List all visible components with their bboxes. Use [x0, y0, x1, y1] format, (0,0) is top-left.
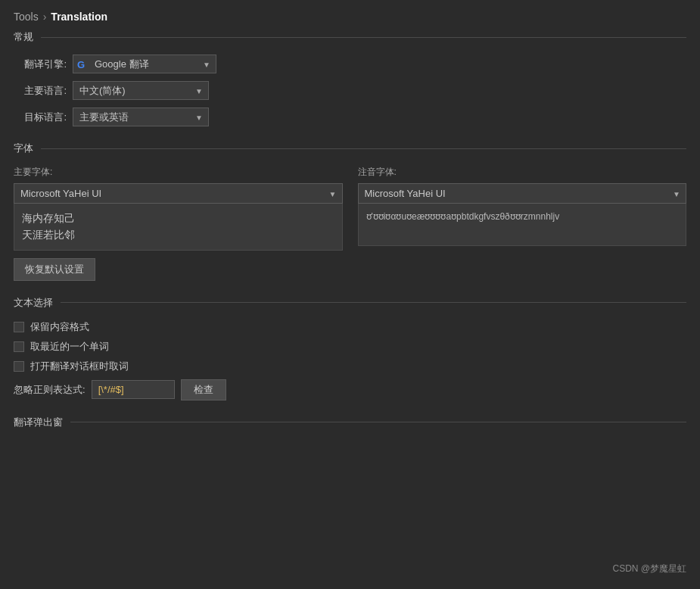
checkbox-preserve-format[interactable]	[14, 322, 24, 332]
primary-lang-select-wrapper: 中文(简体) 中文(繁体) English 日本語 ▼	[73, 81, 209, 100]
text-selection-section: 文本选择 保留内容格式 取最近的一个单词 打开翻译对话框时取词 忽略正则表达式:…	[14, 296, 686, 400]
primary-lang-row: 主要语言: 中文(简体) 中文(繁体) English 日本語 ▼	[14, 81, 686, 100]
primary-preview-line1: 海内存知己	[22, 210, 334, 226]
phonetic-font-col: 注音字体: Microsoft YaHei UI Arial Times New…	[358, 166, 687, 281]
breadcrumb-tools[interactable]: Tools	[14, 11, 39, 23]
primary-preview-line2: 天涯若比邻	[22, 226, 334, 243]
primary-font-select[interactable]: Microsoft YaHei UI Arial SimSun	[14, 183, 343, 204]
target-lang-select-wrapper: 主要或英语 English 中文(简体) 日本語 ▼	[73, 108, 209, 126]
engine-label: 翻译引擎:	[14, 58, 67, 71]
font-section: 字体 主要字体: Microsoft YaHei UI Arial SimSun…	[14, 142, 686, 281]
phonetic-font-preview: ʊ'ʊʊiʊαʊuʊeæʊʊʊʊaʊpbtdkgfvszθðʊʊrzmnnhlj…	[358, 204, 687, 246]
restore-defaults-button[interactable]: 恢复默认设置	[14, 258, 95, 281]
breadcrumb-separator: ›	[43, 11, 47, 23]
regex-input[interactable]	[92, 380, 175, 399]
target-lang-row: 目标语言: 主要或英语 English 中文(简体) 日本語 ▼	[14, 108, 686, 126]
primary-lang-label: 主要语言:	[14, 84, 67, 98]
font-section-inner: 主要字体: Microsoft YaHei UI Arial SimSun ▼ …	[14, 166, 686, 281]
checkbox-recent-word-label: 取最近的一个单词	[30, 340, 109, 354]
text-selection-header: 文本选择	[14, 296, 686, 310]
font-section-header: 字体	[14, 142, 686, 155]
checkbox-preserve-format-label: 保留内容格式	[30, 320, 89, 334]
checkbox-row-1: 保留内容格式	[14, 320, 686, 334]
text-selection-title: 文本选择	[14, 296, 53, 310]
target-lang-label: 目标语言:	[14, 111, 67, 124]
engine-row: 翻译引擎: G Google 翻译 Bing 翻译 DeepL ▼	[14, 55, 686, 73]
phonetic-font-select-wrapper: Microsoft YaHei UI Arial Times New Roman…	[358, 183, 687, 204]
checkbox-row-3: 打开翻译对话框时取词	[14, 360, 686, 373]
regex-row: 忽略正则表达式: 检查	[14, 379, 686, 400]
phonetic-font-select[interactable]: Microsoft YaHei UI Arial Times New Roman	[358, 183, 687, 204]
popup-section: 翻译弹出窗	[14, 416, 686, 429]
footer-attribution: CSDN @梦魔星虹	[612, 563, 686, 575]
checkbox-dialog-word[interactable]	[14, 361, 24, 372]
target-lang-select[interactable]: 主要或英语 English 中文(简体) 日本語	[73, 108, 209, 126]
general-section-title: 常规	[14, 30, 33, 44]
text-selection-line	[61, 302, 686, 303]
popup-section-line	[70, 422, 686, 422]
primary-font-col: 主要字体: Microsoft YaHei UI Arial SimSun ▼ …	[14, 166, 343, 281]
regex-label: 忽略正则表达式:	[14, 383, 86, 397]
general-section-header: 常规	[14, 30, 686, 44]
font-section-title: 字体	[14, 142, 33, 155]
checkbox-recent-word[interactable]	[14, 341, 24, 352]
popup-section-header: 翻译弹出窗	[14, 416, 686, 429]
general-section: 常规 翻译引擎: G Google 翻译 Bing 翻译 DeepL ▼ 主要语…	[14, 30, 686, 126]
breadcrumb-current: Translation	[51, 11, 107, 23]
primary-font-select-wrapper: Microsoft YaHei UI Arial SimSun ▼	[14, 183, 343, 204]
engine-select-wrapper: G Google 翻译 Bing 翻译 DeepL ▼	[73, 55, 216, 73]
general-section-line	[41, 37, 686, 38]
phonetic-font-label: 注音字体:	[358, 166, 687, 179]
check-button[interactable]: 检查	[181, 379, 226, 400]
primary-font-label: 主要字体:	[14, 166, 343, 179]
checkbox-row-2: 取最近的一个单词	[14, 340, 686, 354]
primary-lang-select[interactable]: 中文(简体) 中文(繁体) English 日本語	[73, 81, 209, 100]
primary-font-preview: 海内存知己 天涯若比邻	[14, 204, 343, 251]
engine-select[interactable]: Google 翻译 Bing 翻译 DeepL	[73, 55, 216, 73]
checkbox-dialog-word-label: 打开翻译对话框时取词	[30, 360, 129, 373]
font-section-line	[41, 148, 686, 149]
popup-section-title: 翻译弹出窗	[14, 416, 63, 429]
